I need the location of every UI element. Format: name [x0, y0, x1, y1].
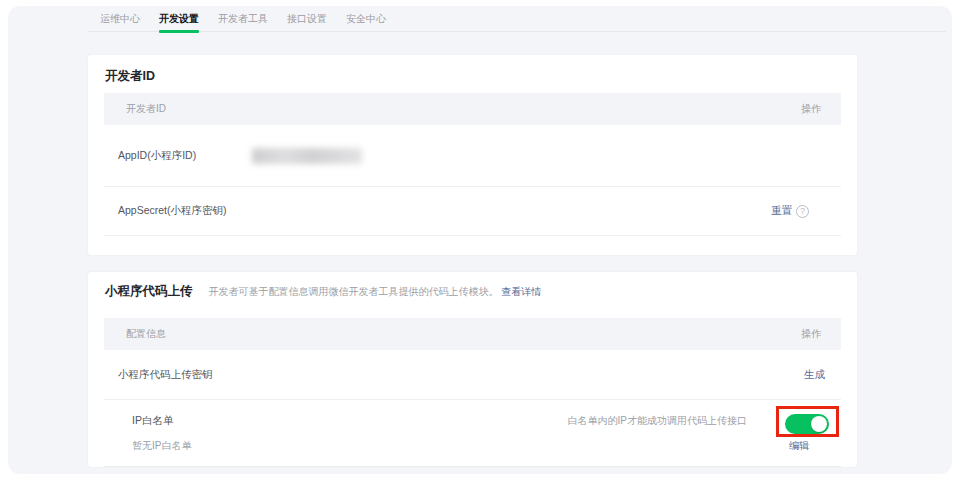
generate-key-link[interactable]: 生成: [804, 368, 825, 382]
tab-developer-tools[interactable]: 开发者工具: [218, 8, 268, 32]
developer-id-title: 开发者ID: [105, 68, 155, 85]
appid-row: AppID(小程序ID): [104, 125, 841, 187]
code-upload-table-header: 配置信息 操作: [104, 318, 841, 350]
ip-whitelist-label: IP白名单: [132, 414, 173, 428]
upload-key-label: 小程序代码上传密钥: [118, 368, 213, 382]
column-developer-id: 开发者ID: [126, 102, 166, 116]
ip-whitelist-line: IP白名单 白名单内的IP才能成功调用代码上传接口: [118, 400, 825, 428]
code-upload-description: 开发者可基于配置信息调用微信开发者工具提供的代码上传模块。 查看详情: [209, 285, 542, 299]
appsecret-row: AppSecret(小程序密钥) 重置 ?: [104, 187, 841, 236]
ip-whitelist-row: IP白名单 白名单内的IP才能成功调用代码上传接口 暂无IP白名单 编辑: [104, 400, 841, 467]
column-config-info: 配置信息: [126, 327, 166, 341]
tab-security-center[interactable]: 安全中心: [346, 8, 386, 32]
code-upload-title: 小程序代码上传: [105, 283, 193, 300]
code-upload-card: 小程序代码上传 开发者可基于配置信息调用微信开发者工具提供的代码上传模块。 查看…: [88, 272, 857, 467]
upload-key-row: 小程序代码上传密钥 生成: [104, 350, 841, 400]
developer-id-card: 开发者ID 开发者ID 操作 AppID(小程序ID) AppSecret(小程…: [88, 55, 857, 255]
appsecret-label: AppSecret(小程序密钥): [118, 204, 227, 218]
top-tab-bar: 运维中心 开发设置 开发者工具 接口设置 安全中心: [88, 8, 946, 32]
code-upload-description-text: 开发者可基于配置信息调用微信开发者工具提供的代码上传模块。: [209, 286, 499, 297]
ip-whitelist-status-line: 暂无IP白名单 编辑: [118, 428, 825, 453]
toggle-knob: [811, 416, 827, 432]
edit-ip-whitelist-link[interactable]: 编辑: [789, 439, 809, 453]
code-upload-title-line: 小程序代码上传 开发者可基于配置信息调用微信开发者工具提供的代码上传模块。 查看…: [105, 283, 840, 300]
tab-development-settings[interactable]: 开发设置: [159, 8, 199, 32]
view-details-link[interactable]: 查看详情: [501, 286, 541, 297]
column-actions: 操作: [801, 327, 821, 341]
appid-label: AppID(小程序ID): [118, 149, 196, 163]
reset-appsecret-link[interactable]: 重置: [771, 204, 792, 218]
appid-value-redacted: [252, 148, 362, 164]
column-actions: 操作: [801, 102, 821, 116]
screenshot-stage: 运维中心 开发设置 开发者工具 接口设置 安全中心 开发者ID 开发者ID 操作…: [0, 0, 960, 480]
ip-whitelist-hint: 白名单内的IP才能成功调用代码上传接口: [568, 414, 747, 428]
tab-api-settings[interactable]: 接口设置: [287, 8, 327, 32]
developer-id-table-header: 开发者ID 操作: [104, 93, 841, 125]
ip-whitelist-toggle[interactable]: [785, 414, 829, 434]
settings-page: 运维中心 开发设置 开发者工具 接口设置 安全中心 开发者ID 开发者ID 操作…: [8, 6, 952, 474]
tab-operations-center[interactable]: 运维中心: [100, 8, 140, 32]
question-mark-icon[interactable]: ?: [796, 205, 809, 218]
ip-whitelist-empty-text: 暂无IP白名单: [132, 439, 191, 453]
